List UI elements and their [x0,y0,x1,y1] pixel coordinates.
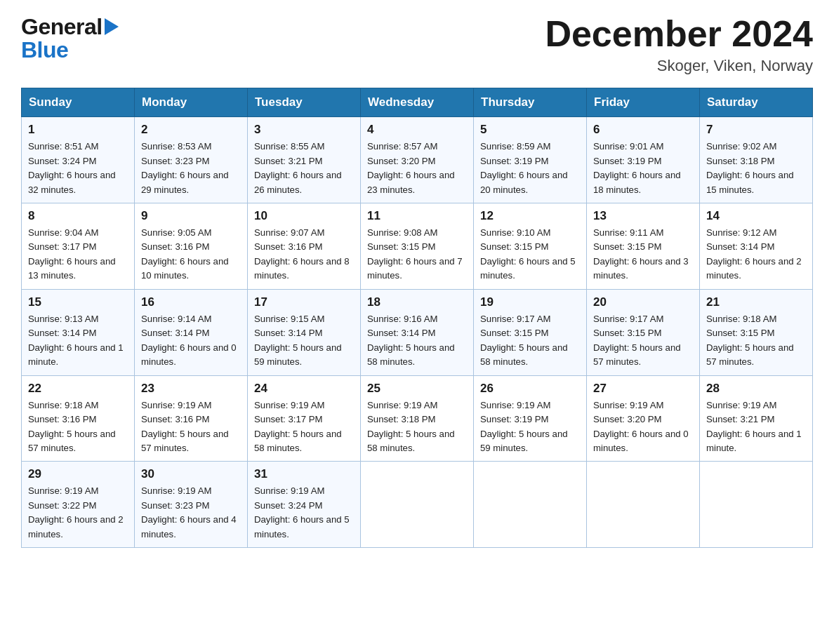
day-info: Sunrise: 9:19 AMSunset: 3:16 PMDaylight:… [141,400,229,453]
logo-blue-text: Blue [21,37,119,63]
day-info: Sunrise: 9:16 AMSunset: 3:14 PMDaylight:… [367,314,455,367]
week-row-4: 22 Sunrise: 9:18 AMSunset: 3:16 PMDaylig… [22,375,813,462]
day-info: Sunrise: 9:12 AMSunset: 3:14 PMDaylight:… [706,227,802,281]
header-sunday: Sunday [22,88,135,117]
calendar-cell: 2 Sunrise: 8:53 AMSunset: 3:23 PMDayligh… [135,117,248,203]
day-info: Sunrise: 9:08 AMSunset: 3:15 PMDaylight:… [367,227,463,281]
day-number: 4 [367,123,467,137]
day-number: 29 [28,467,128,481]
day-info: Sunrise: 9:18 AMSunset: 3:15 PMDaylight:… [706,314,794,367]
day-info: Sunrise: 9:05 AMSunset: 3:16 PMDaylight:… [141,227,229,281]
calendar-cell [587,462,700,548]
logo-arrow-icon [105,18,119,35]
day-number: 5 [480,123,580,137]
day-info: Sunrise: 9:17 AMSunset: 3:15 PMDaylight:… [480,314,568,367]
day-number: 26 [480,382,580,396]
header-tuesday: Tuesday [248,88,361,117]
week-row-5: 29 Sunrise: 9:19 AMSunset: 3:22 PMDaylig… [22,462,813,548]
day-number: 18 [367,295,467,309]
day-number: 1 [28,123,128,137]
day-number: 25 [367,382,467,396]
calendar-cell: 26 Sunrise: 9:19 AMSunset: 3:19 PMDaylig… [474,375,587,462]
calendar-cell: 23 Sunrise: 9:19 AMSunset: 3:16 PMDaylig… [135,375,248,462]
calendar-cell: 25 Sunrise: 9:19 AMSunset: 3:18 PMDaylig… [361,375,474,462]
day-info: Sunrise: 9:07 AMSunset: 3:16 PMDaylight:… [254,227,350,281]
calendar-header-row: SundayMondayTuesdayWednesdayThursdayFrid… [22,88,813,117]
day-info: Sunrise: 8:59 AMSunset: 3:19 PMDaylight:… [480,141,568,194]
day-number: 2 [141,123,241,137]
calendar-subtitle: Skoger, Viken, Norway [545,57,813,75]
day-info: Sunrise: 9:13 AMSunset: 3:14 PMDaylight:… [28,314,124,367]
day-number: 12 [480,209,580,223]
day-info: Sunrise: 9:19 AMSunset: 3:18 PMDaylight:… [367,400,455,453]
calendar-cell: 11 Sunrise: 9:08 AMSunset: 3:15 PMDaylig… [361,203,474,290]
calendar-cell [700,462,813,548]
day-info: Sunrise: 9:17 AMSunset: 3:15 PMDaylight:… [593,314,681,367]
calendar-cell: 15 Sunrise: 9:13 AMSunset: 3:14 PMDaylig… [22,289,135,375]
header-wednesday: Wednesday [361,88,474,117]
day-info: Sunrise: 8:57 AMSunset: 3:20 PMDaylight:… [367,141,455,194]
day-number: 10 [254,209,354,223]
day-number: 9 [141,209,241,223]
day-number: 23 [141,382,241,396]
day-info: Sunrise: 9:11 AMSunset: 3:15 PMDaylight:… [593,227,689,281]
day-info: Sunrise: 8:53 AMSunset: 3:23 PMDaylight:… [141,141,229,194]
calendar-cell: 28 Sunrise: 9:19 AMSunset: 3:21 PMDaylig… [700,375,813,462]
header-thursday: Thursday [474,88,587,117]
day-number: 27 [593,382,693,396]
calendar-cell: 8 Sunrise: 9:04 AMSunset: 3:17 PMDayligh… [22,203,135,290]
day-number: 28 [706,382,806,396]
day-number: 6 [593,123,693,137]
day-info: Sunrise: 9:19 AMSunset: 3:20 PMDaylight:… [593,400,689,453]
calendar-cell: 20 Sunrise: 9:17 AMSunset: 3:15 PMDaylig… [587,289,700,375]
day-info: Sunrise: 9:04 AMSunset: 3:17 PMDaylight:… [28,227,116,281]
day-info: Sunrise: 9:02 AMSunset: 3:18 PMDaylight:… [706,141,794,194]
day-info: Sunrise: 9:10 AMSunset: 3:15 PMDaylight:… [480,227,576,281]
day-number: 13 [593,209,693,223]
day-info: Sunrise: 9:18 AMSunset: 3:16 PMDaylight:… [28,400,116,453]
day-number: 7 [706,123,806,137]
day-number: 3 [254,123,354,137]
day-info: Sunrise: 8:51 AMSunset: 3:24 PMDaylight:… [28,141,116,194]
calendar-cell: 3 Sunrise: 8:55 AMSunset: 3:21 PMDayligh… [248,117,361,203]
header-friday: Friday [587,88,700,117]
week-row-2: 8 Sunrise: 9:04 AMSunset: 3:17 PMDayligh… [22,203,813,290]
header-saturday: Saturday [700,88,813,117]
day-info: Sunrise: 9:19 AMSunset: 3:22 PMDaylight:… [28,485,124,539]
day-number: 30 [141,467,241,481]
calendar-cell: 19 Sunrise: 9:17 AMSunset: 3:15 PMDaylig… [474,289,587,375]
week-row-1: 1 Sunrise: 8:51 AMSunset: 3:24 PMDayligh… [22,117,813,203]
day-info: Sunrise: 9:01 AMSunset: 3:19 PMDaylight:… [593,141,681,194]
logo-general-text: General [21,14,102,40]
calendar-cell: 17 Sunrise: 9:15 AMSunset: 3:14 PMDaylig… [248,289,361,375]
day-info: Sunrise: 9:19 AMSunset: 3:24 PMDaylight:… [254,485,350,539]
day-number: 22 [28,382,128,396]
header-monday: Monday [135,88,248,117]
calendar-cell: 9 Sunrise: 9:05 AMSunset: 3:16 PMDayligh… [135,203,248,290]
day-number: 31 [254,467,354,481]
day-number: 21 [706,295,806,309]
calendar-cell: 5 Sunrise: 8:59 AMSunset: 3:19 PMDayligh… [474,117,587,203]
calendar-cell: 18 Sunrise: 9:16 AMSunset: 3:14 PMDaylig… [361,289,474,375]
title-block: December 2024 Skoger, Viken, Norway [545,14,813,75]
calendar-cell: 7 Sunrise: 9:02 AMSunset: 3:18 PMDayligh… [700,117,813,203]
calendar-cell: 22 Sunrise: 9:18 AMSunset: 3:16 PMDaylig… [22,375,135,462]
calendar-cell: 6 Sunrise: 9:01 AMSunset: 3:19 PMDayligh… [587,117,700,203]
day-info: Sunrise: 9:14 AMSunset: 3:14 PMDaylight:… [141,314,237,367]
day-info: Sunrise: 9:15 AMSunset: 3:14 PMDaylight:… [254,314,342,367]
calendar-cell: 27 Sunrise: 9:19 AMSunset: 3:20 PMDaylig… [587,375,700,462]
day-number: 15 [28,295,128,309]
day-number: 17 [254,295,354,309]
day-info: Sunrise: 9:19 AMSunset: 3:21 PMDaylight:… [706,400,802,453]
calendar-cell: 13 Sunrise: 9:11 AMSunset: 3:15 PMDaylig… [587,203,700,290]
calendar-cell: 14 Sunrise: 9:12 AMSunset: 3:14 PMDaylig… [700,203,813,290]
day-number: 14 [706,209,806,223]
day-info: Sunrise: 9:19 AMSunset: 3:23 PMDaylight:… [141,485,237,539]
logo: General Blue [21,14,119,63]
calendar-cell: 10 Sunrise: 9:07 AMSunset: 3:16 PMDaylig… [248,203,361,290]
day-info: Sunrise: 8:55 AMSunset: 3:21 PMDaylight:… [254,141,342,194]
week-row-3: 15 Sunrise: 9:13 AMSunset: 3:14 PMDaylig… [22,289,813,375]
day-number: 16 [141,295,241,309]
calendar-cell: 21 Sunrise: 9:18 AMSunset: 3:15 PMDaylig… [700,289,813,375]
day-number: 11 [367,209,467,223]
